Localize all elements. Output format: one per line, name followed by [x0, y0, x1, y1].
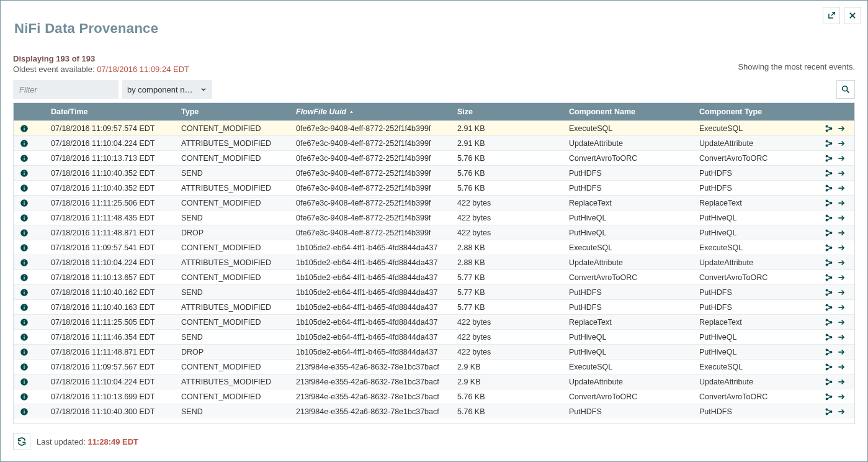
col-component-type[interactable]: Component Type: [693, 103, 820, 120]
info-icon[interactable]: [14, 136, 45, 150]
col-component-name[interactable]: Component Name: [563, 103, 693, 120]
info-icon[interactable]: [14, 330, 45, 344]
lineage-icon[interactable]: [825, 229, 833, 237]
svg-rect-80: [24, 321, 24, 324]
info-icon[interactable]: [14, 181, 45, 195]
info-icon[interactable]: [14, 151, 45, 165]
lineage-icon[interactable]: [825, 273, 833, 282]
lineage-icon[interactable]: [825, 303, 833, 312]
info-icon[interactable]: [14, 121, 45, 135]
lineage-icon[interactable]: [825, 288, 833, 297]
filter-input[interactable]: [13, 80, 119, 99]
table-row[interactable]: 07/18/2016 11:10:40.352 EDTSEND0fe67e3c-…: [14, 165, 854, 180]
goto-icon[interactable]: [837, 378, 846, 386]
table-row[interactable]: 07/18/2016 11:10:04.224 EDTATTRIBUTES_MO…: [14, 255, 854, 270]
table-row[interactable]: 07/18/2016 11:10:13.713 EDTCONTENT_MODIF…: [14, 150, 854, 165]
search-button[interactable]: [836, 80, 855, 99]
goto-icon[interactable]: [837, 169, 846, 178]
info-icon[interactable]: [14, 389, 45, 404]
lineage-icon[interactable]: [825, 363, 833, 371]
table-row[interactable]: 07/18/2016 11:11:46.354 EDTSEND1b105de2-…: [14, 329, 854, 344]
goto-icon[interactable]: [837, 318, 846, 327]
goto-icon[interactable]: [837, 199, 846, 207]
goto-icon[interactable]: [837, 288, 846, 297]
table-row[interactable]: 07/18/2016 11:09:57.574 EDTCONTENT_MODIF…: [14, 120, 854, 135]
filter-type-select[interactable]: by component n…: [122, 80, 212, 99]
goto-icon[interactable]: [837, 243, 846, 252]
svg-point-59: [826, 264, 828, 266]
table-row[interactable]: 07/18/2016 11:11:48.871 EDTDROP1b105de2-…: [14, 344, 854, 359]
svg-point-118: [826, 409, 828, 410]
lineage-icon[interactable]: [825, 348, 833, 356]
table-row[interactable]: 07/18/2016 11:09:57.541 EDTCONTENT_MODIF…: [14, 240, 854, 255]
cell-component-name: ExecuteSQL: [563, 360, 693, 374]
lineage-icon[interactable]: [825, 214, 833, 222]
goto-icon[interactable]: [837, 392, 846, 401]
lineage-icon[interactable]: [825, 199, 833, 207]
cell-type: SEND: [175, 285, 290, 299]
info-icon[interactable]: [14, 166, 45, 180]
col-type[interactable]: Type: [175, 103, 290, 120]
table-row[interactable]: 07/18/2016 11:11:48.435 EDTSEND0fe67e3c-…: [14, 210, 854, 225]
goto-icon[interactable]: [837, 363, 846, 371]
lineage-icon[interactable]: [825, 378, 833, 386]
lineage-icon[interactable]: [825, 407, 833, 416]
lineage-icon[interactable]: [825, 333, 833, 342]
goto-icon[interactable]: [837, 303, 846, 312]
table-row[interactable]: 07/18/2016 11:10:04.224 EDTATTRIBUTES_MO…: [14, 135, 854, 150]
table-row[interactable]: 07/18/2016 11:10:13.657 EDTCONTENT_MODIF…: [14, 270, 854, 284]
col-date[interactable]: Date/Time: [45, 103, 175, 120]
info-icon[interactable]: [14, 270, 45, 284]
table-row[interactable]: 07/18/2016 11:10:04.224 EDTATTRIBUTES_MO…: [14, 374, 854, 389]
lineage-icon[interactable]: [825, 154, 833, 163]
table-row[interactable]: 07/18/2016 11:09:57.567 EDTCONTENT_MODIF…: [14, 359, 854, 374]
info-icon[interactable]: [14, 285, 45, 299]
goto-icon[interactable]: [837, 229, 846, 237]
lineage-icon[interactable]: [825, 169, 833, 178]
info-icon[interactable]: [14, 211, 45, 225]
info-icon[interactable]: [14, 225, 45, 240]
goto-icon[interactable]: [837, 333, 846, 342]
info-icon[interactable]: [14, 360, 45, 374]
refresh-button[interactable]: [13, 433, 30, 450]
col-size[interactable]: Size: [451, 103, 563, 120]
info-icon[interactable]: [14, 240, 45, 255]
popout-button[interactable]: [823, 7, 840, 24]
goto-icon[interactable]: [837, 214, 846, 222]
lineage-icon[interactable]: [825, 392, 833, 401]
goto-icon[interactable]: [837, 273, 846, 282]
table-row[interactable]: 07/18/2016 11:10:13.699 EDTCONTENT_MODIF…: [14, 389, 854, 404]
table-row[interactable]: 07/18/2016 11:10:40.300 EDTSEND213f984e-…: [14, 404, 854, 419]
goto-icon[interactable]: [837, 184, 846, 192]
info-icon[interactable]: [14, 374, 45, 389]
table-row[interactable]: 07/18/2016 11:11:25.505 EDTCONTENT_MODIF…: [14, 314, 854, 329]
goto-icon[interactable]: [837, 348, 846, 356]
goto-icon[interactable]: [837, 258, 846, 267]
goto-icon[interactable]: [837, 154, 846, 163]
table-row[interactable]: 07/18/2016 11:10:40.162 EDTSEND1b105de2-…: [14, 284, 854, 299]
table-row[interactable]: 07/18/2016 11:11:25.506 EDTCONTENT_MODIF…: [14, 195, 854, 210]
lineage-icon[interactable]: [825, 258, 833, 267]
lineage-icon[interactable]: [825, 139, 833, 148]
svg-point-101: [826, 368, 828, 370]
goto-icon[interactable]: [837, 139, 846, 148]
col-uuid[interactable]: FlowFile Uuid: [290, 103, 451, 120]
svg-rect-45: [24, 230, 24, 231]
table-row[interactable]: 07/18/2016 11:10:40.352 EDTATTRIBUTES_MO…: [14, 180, 854, 195]
table-row[interactable]: 07/18/2016 11:11:48.871 EDTDROP0fe67e3c-…: [14, 225, 854, 240]
lineage-icon[interactable]: [825, 318, 833, 327]
info-icon[interactable]: [14, 315, 45, 329]
info-icon[interactable]: [14, 255, 45, 270]
goto-icon[interactable]: [837, 407, 846, 416]
lineage-icon[interactable]: [825, 243, 833, 252]
table-body[interactable]: 07/18/2016 11:09:57.574 EDTCONTENT_MODIF…: [14, 120, 854, 424]
goto-icon[interactable]: [837, 124, 846, 133]
info-icon[interactable]: [14, 404, 45, 419]
info-icon[interactable]: [14, 345, 45, 359]
close-button[interactable]: [844, 7, 861, 24]
lineage-icon[interactable]: [825, 184, 833, 192]
info-icon[interactable]: [14, 300, 45, 314]
info-icon[interactable]: [14, 196, 45, 210]
lineage-icon[interactable]: [825, 124, 833, 133]
table-row[interactable]: 07/18/2016 11:10:40.163 EDTATTRIBUTES_MO…: [14, 299, 854, 314]
